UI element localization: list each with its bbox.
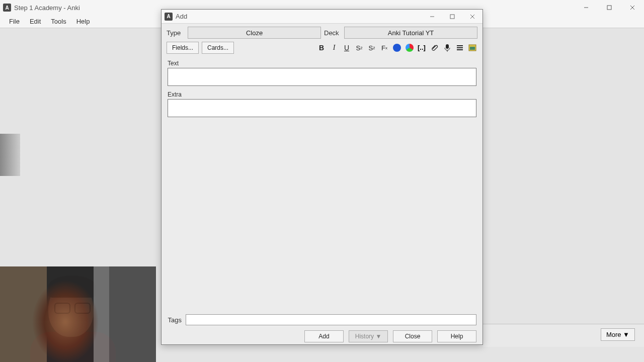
italic-icon[interactable]: I xyxy=(329,43,339,53)
subscript-icon[interactable]: S2 xyxy=(367,43,377,53)
tags-row: Tags xyxy=(162,314,476,325)
superscript-icon[interactable]: S2 xyxy=(354,43,364,53)
svg-text:[..]: [..] xyxy=(418,44,426,51)
clear-format-icon[interactable]: Fx xyxy=(379,43,389,53)
add-button[interactable]: Add xyxy=(304,330,344,342)
menu-tools[interactable]: Tools xyxy=(46,16,71,27)
format-toolbar: B I U S2 S2 Fx [..] xyxy=(316,43,477,53)
svg-rect-1 xyxy=(607,6,611,10)
deck-value: Anki Tutorial YT xyxy=(388,29,434,37)
more-format-icon[interactable] xyxy=(455,43,465,53)
tags-input[interactable] xyxy=(186,314,476,325)
more-button[interactable]: More ▼ xyxy=(601,328,635,341)
main-close-button[interactable] xyxy=(621,0,644,15)
deck-selector[interactable]: Anki Tutorial YT xyxy=(344,27,477,39)
history-button[interactable]: History ▼ xyxy=(349,330,388,342)
main-window-controls xyxy=(575,0,644,15)
record-audio-icon[interactable] xyxy=(442,43,452,53)
fields-button[interactable]: Fields... xyxy=(167,42,199,54)
anki-app-icon: A xyxy=(3,4,11,12)
dialog-bottom-buttons: Add History ▼ Close Help xyxy=(162,330,482,342)
add-card-dialog: A Add Type Cloze Deck Anki Tutorial YT F… xyxy=(161,9,483,345)
tags-label: Tags xyxy=(165,316,182,324)
underline-icon[interactable]: U xyxy=(342,43,352,53)
close-button[interactable]: Close xyxy=(393,330,432,342)
dialog-minimize-button[interactable] xyxy=(422,10,442,24)
webcam-overlay xyxy=(0,266,156,362)
attach-icon[interactable] xyxy=(430,43,440,53)
svg-rect-9 xyxy=(446,44,449,49)
dialog-app-icon: A xyxy=(165,13,173,21)
note-type-selector[interactable]: Cloze xyxy=(188,27,321,39)
dialog-maximize-button[interactable] xyxy=(442,10,462,24)
text-field[interactable] xyxy=(168,68,476,86)
dialog-close-button[interactable] xyxy=(462,10,482,24)
side-artifact xyxy=(0,134,20,176)
main-maximize-button[interactable] xyxy=(598,0,621,15)
cards-button[interactable]: Cards... xyxy=(202,42,234,54)
main-minimize-button[interactable] xyxy=(575,0,598,15)
html-source-icon[interactable] xyxy=(467,43,477,53)
svg-rect-14 xyxy=(470,47,475,50)
dialog-title: Add xyxy=(176,13,422,20)
text-color-icon[interactable] xyxy=(392,43,402,53)
extra-field[interactable] xyxy=(168,99,476,117)
text-field-label: Text xyxy=(162,57,482,68)
fieldcards-and-toolbar: Fields... Cards... B I U S2 S2 Fx [..] xyxy=(162,39,482,57)
bottom-panel: More ▼ xyxy=(483,324,644,347)
type-label: Type xyxy=(167,29,185,37)
svg-rect-5 xyxy=(450,15,454,19)
menu-file[interactable]: File xyxy=(4,16,25,27)
dialog-titlebar: A Add xyxy=(162,10,482,24)
type-deck-row: Type Cloze Deck Anki Tutorial YT xyxy=(162,24,482,39)
color-picker-icon[interactable] xyxy=(405,43,415,53)
note-type-value: Cloze xyxy=(246,29,263,37)
deck-label: Deck xyxy=(324,29,341,37)
menu-help[interactable]: Help xyxy=(71,16,95,27)
help-button[interactable]: Help xyxy=(437,330,476,342)
extra-field-label: Extra xyxy=(162,88,482,99)
menu-edit[interactable]: Edit xyxy=(25,16,46,27)
cloze-icon[interactable]: [..] xyxy=(417,43,427,53)
bold-icon[interactable]: B xyxy=(316,43,327,53)
